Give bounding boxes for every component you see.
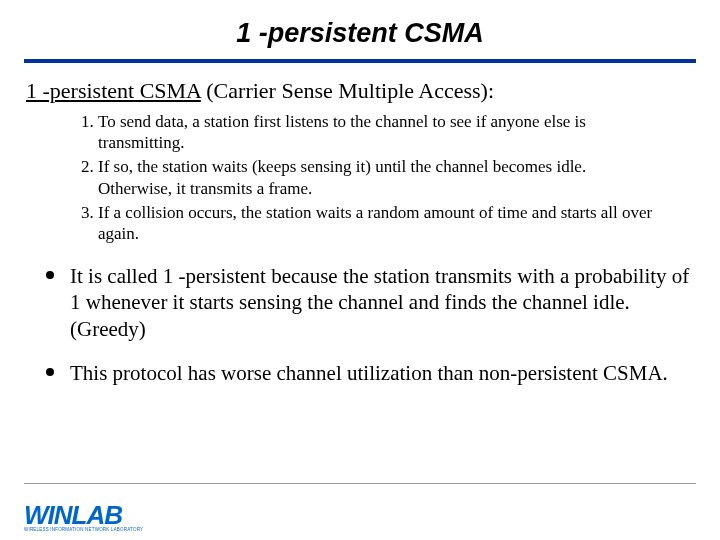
bullet-item: It is called 1 -persistent because the s…: [46, 263, 694, 342]
step-item: If so, the station waits (keeps sensing …: [98, 156, 694, 200]
content-area: 1 -persistent CSMA (Carrier Sense Multip…: [0, 63, 720, 387]
slide-title: 1 -persistent CSMA: [236, 18, 484, 49]
steps-list: To send data, a station first listens to…: [26, 111, 694, 246]
lead-paragraph: 1 -persistent CSMA (Carrier Sense Multip…: [26, 77, 694, 105]
logo-text-span: WINLAB: [24, 500, 122, 530]
step-item: To send data, a station first listens to…: [98, 111, 694, 155]
bullet-list: It is called 1 -persistent because the s…: [26, 263, 694, 387]
bullet-item: This protocol has worse channel utilizat…: [46, 360, 694, 386]
winlab-logo: WINLAB WIRELESS INFORMATION NETWORK LABO…: [24, 500, 143, 532]
logo-subtitle: WIRELESS INFORMATION NETWORK LABORATORY: [24, 527, 143, 532]
footer-rule: [24, 483, 696, 484]
step-item: If a collision occurs, the station waits…: [98, 202, 694, 246]
lead-rest: (Carrier Sense Multiple Access):: [201, 78, 494, 103]
lead-underlined: 1 -persistent CSMA: [26, 78, 201, 103]
title-wrap: 1 -persistent CSMA: [0, 0, 720, 55]
slide: 1 -persistent CSMA 1 -persistent CSMA (C…: [0, 0, 720, 540]
